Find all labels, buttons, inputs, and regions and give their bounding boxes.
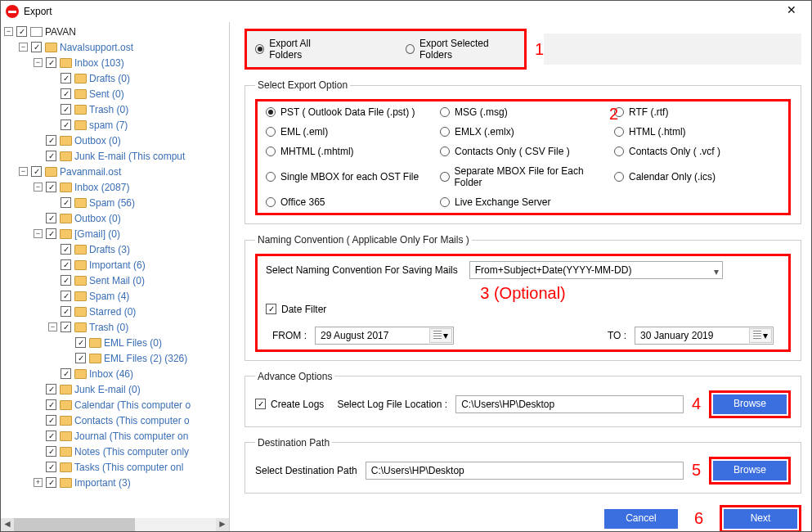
tree-node[interactable]: Drafts (3) — [1, 241, 229, 257]
browse-log-button[interactable]: Browse — [713, 394, 787, 414]
tree-checkbox[interactable] — [46, 228, 56, 239]
tree-node[interactable]: −Inbox (103) — [1, 55, 229, 70]
collapse-icon[interactable]: − — [19, 43, 28, 52]
tree-node[interactable]: Starred (0) — [1, 304, 229, 319]
tree-checkbox[interactable] — [61, 119, 71, 130]
scroll-track[interactable] — [14, 518, 216, 531]
create-logs-checkbox[interactable]: Create Logs — [255, 399, 324, 410]
tree-checkbox[interactable] — [61, 322, 71, 332]
folder-tree[interactable]: −PAVAN−Navalsupport.ost−Inbox (103)Draft… — [1, 22, 229, 518]
tree-checkbox[interactable] — [46, 57, 56, 68]
tree-node[interactable]: Junk E-mail (This comput — [1, 148, 229, 164]
next-button[interactable]: Next — [724, 509, 797, 529]
tree-node[interactable]: Tasks (This computer onl — [1, 459, 229, 475]
tree-checkbox[interactable] — [46, 477, 56, 488]
cancel-button[interactable]: Cancel — [604, 509, 678, 529]
scroll-right-icon[interactable]: ► — [216, 518, 229, 531]
tree-checkbox[interactable] — [61, 197, 71, 208]
naming-select[interactable]: From+Subject+Date(YYYY-MM-DD) — [469, 261, 723, 279]
tree-checkbox[interactable] — [61, 259, 71, 270]
tree-node[interactable]: Trash (0) — [1, 101, 229, 117]
tree-node[interactable]: Contacts (This computer o — [1, 413, 229, 428]
tree-node[interactable]: −Inbox (2087) — [1, 179, 229, 195]
to-date-input[interactable]: 30 January 2019 ▾ — [635, 327, 774, 345]
tree-node[interactable]: −Pavanmail.ost — [1, 164, 229, 179]
close-button[interactable]: ✕ — [774, 2, 810, 21]
tree-checkbox[interactable] — [46, 151, 56, 161]
tree-checkbox[interactable] — [46, 213, 56, 223]
collapse-icon[interactable]: − — [48, 322, 57, 331]
export-format-radio[interactable]: Live Exchange Server — [440, 196, 606, 208]
collapse-icon[interactable]: − — [34, 229, 43, 238]
tree-node[interactable]: −PAVAN — [1, 24, 229, 39]
tree-checkbox[interactable] — [61, 244, 71, 255]
from-date-input[interactable]: 29 August 2017 ▾ — [315, 327, 454, 345]
tree-checkbox[interactable] — [75, 353, 86, 363]
tree-node[interactable]: Spam (4) — [1, 288, 229, 304]
tree-node[interactable]: Outbox (0) — [1, 210, 229, 226]
export-format-radio[interactable]: Contacts Only ( CSV File ) — [440, 146, 606, 157]
tree-node[interactable]: +Important (3) — [1, 475, 229, 490]
export-format-radio[interactable]: EML (.eml) — [266, 126, 432, 138]
export-format-radio[interactable]: HTML (.html) — [614, 126, 780, 138]
tree-checkbox[interactable] — [75, 337, 86, 348]
tree-node[interactable]: Outbox (0) — [1, 133, 229, 148]
tree-node[interactable]: Sent (0) — [1, 86, 229, 101]
export-selected-radio[interactable]: Export Selected Folders — [406, 38, 516, 61]
export-format-radio[interactable]: PST ( Outlook Data File (.pst) ) — [266, 106, 432, 118]
date-filter-checkbox[interactable]: Date Filter — [266, 304, 326, 315]
export-format-radio[interactable]: Office 365 — [266, 196, 432, 208]
tree-checkbox[interactable] — [46, 135, 56, 146]
tree-node[interactable]: Notes (This computer only — [1, 444, 229, 459]
tree-node[interactable]: Calendar (This computer o — [1, 397, 229, 413]
tree-checkbox[interactable] — [46, 384, 56, 394]
scroll-left-icon[interactable]: ◄ — [1, 518, 14, 531]
collapse-icon[interactable]: − — [19, 167, 28, 176]
export-all-radio[interactable]: Export All Folders — [255, 38, 340, 61]
tree-checkbox[interactable] — [31, 166, 42, 177]
tree-checkbox[interactable] — [61, 88, 71, 99]
export-format-radio[interactable]: Contacts Only ( .vcf ) — [614, 146, 780, 157]
tree-checkbox[interactable] — [46, 462, 56, 472]
export-format-radio[interactable]: EMLX (.emlx) — [440, 126, 606, 138]
tree-node[interactable]: Important (6) — [1, 257, 229, 273]
browse-dest-button[interactable]: Browse — [713, 461, 787, 480]
tree-node[interactable]: Drafts (0) — [1, 70, 229, 86]
tree-node[interactable]: −Navalsupport.ost — [1, 39, 229, 55]
collapse-icon[interactable]: − — [34, 183, 43, 192]
export-format-radio[interactable]: Single MBOX for each OST File — [266, 165, 432, 188]
tree-checkbox[interactable] — [46, 446, 56, 457]
tree-node[interactable]: Junk E-mail (0) — [1, 381, 229, 397]
tree-hscroll[interactable]: ◄ ► — [1, 518, 229, 531]
collapse-icon[interactable]: − — [34, 58, 43, 67]
tree-node[interactable]: Journal (This computer on — [1, 428, 229, 444]
tree-checkbox[interactable] — [31, 42, 42, 52]
tree-checkbox[interactable] — [61, 104, 71, 115]
export-format-radio[interactable]: Calendar Only (.ics) — [614, 165, 780, 188]
tree-node[interactable]: Sent Mail (0) — [1, 273, 229, 288]
scroll-thumb[interactable] — [14, 518, 135, 531]
tree-checkbox[interactable] — [61, 73, 71, 83]
calendar-icon[interactable]: ▾ — [429, 328, 452, 343]
tree-node[interactable]: EML Files (2) (326) — [1, 350, 229, 366]
tree-node[interactable]: −Trash (0) — [1, 319, 229, 335]
tree-checkbox[interactable] — [46, 399, 56, 410]
tree-checkbox[interactable] — [46, 415, 56, 426]
tree-checkbox[interactable] — [46, 431, 56, 441]
tree-checkbox[interactable] — [61, 306, 71, 317]
tree-checkbox[interactable] — [61, 275, 71, 286]
tree-node[interactable]: Inbox (46) — [1, 366, 229, 381]
tree-checkbox[interactable] — [46, 182, 56, 192]
tree-checkbox[interactable] — [16, 26, 27, 37]
tree-node[interactable]: spam (7) — [1, 117, 229, 133]
tree-checkbox[interactable] — [61, 368, 71, 379]
tree-node[interactable]: EML Files (0) — [1, 335, 229, 350]
collapse-icon[interactable]: − — [4, 27, 13, 36]
calendar-icon[interactable]: ▾ — [749, 328, 772, 343]
tree-node[interactable]: Spam (56) — [1, 195, 229, 210]
log-location-input[interactable]: C:\Users\HP\Desktop — [455, 395, 684, 413]
destination-input[interactable]: C:\Users\HP\Desktop — [366, 462, 684, 480]
export-format-radio[interactable]: RTF (.rtf) — [614, 106, 780, 118]
tree-checkbox[interactable] — [61, 291, 71, 301]
export-format-radio[interactable]: Separate MBOX File for Each Folder — [440, 165, 606, 188]
